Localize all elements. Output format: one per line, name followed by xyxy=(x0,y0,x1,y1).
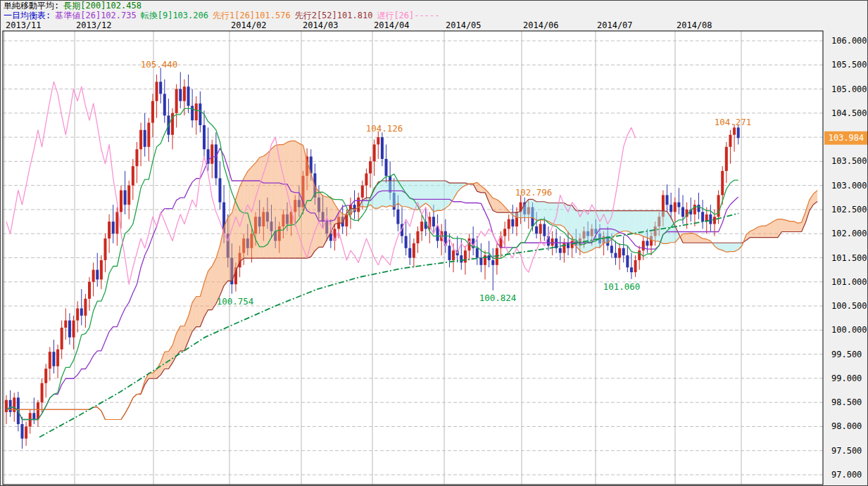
cloud-polygon xyxy=(790,222,794,232)
candle xyxy=(56,350,59,366)
x-axis-label: 2014/08 xyxy=(677,20,712,30)
candle xyxy=(503,229,506,236)
annotation-low: 101.060 xyxy=(603,281,641,292)
candle xyxy=(84,299,87,316)
candle xyxy=(701,212,704,222)
y-axis-label: 105.000 xyxy=(831,84,867,94)
x-axis-label: 2014/04 xyxy=(374,20,410,30)
candle xyxy=(215,144,218,178)
cloud-polygon xyxy=(438,181,442,210)
y-axis-label: 100.500 xyxy=(831,301,867,311)
candle xyxy=(120,191,122,212)
candle xyxy=(713,217,716,224)
x-axis-label: 2014/03 xyxy=(303,20,339,30)
candle xyxy=(159,82,162,94)
annotation-high: 105.440 xyxy=(141,59,178,70)
y-axis-label: 104.500 xyxy=(831,108,867,118)
candle xyxy=(681,207,684,217)
cloud-polygon xyxy=(683,234,687,243)
candle xyxy=(535,226,538,234)
cloud-polygon xyxy=(422,181,426,206)
candle xyxy=(622,248,625,255)
cloud-polygon xyxy=(165,351,169,369)
cloud-polygon xyxy=(631,211,636,234)
cloud-polygon xyxy=(798,222,802,231)
sma-legend-row: 単純移動平均:長期[200]102.458 xyxy=(4,1,444,11)
candle xyxy=(147,123,150,147)
candle xyxy=(674,203,677,212)
current-price-label: 103.984 xyxy=(829,133,864,143)
price-chart[interactable]: 105.440104.126102.796104.271100.754100.8… xyxy=(1,1,868,486)
y-axis-label: 97.500 xyxy=(831,446,862,456)
y-axis-label: 101.500 xyxy=(831,253,867,263)
chart-window: 単純移動平均:長期[200]102.458 一目均衡表:基準値[26]102.7… xyxy=(0,0,868,486)
candle xyxy=(405,236,408,248)
candle xyxy=(416,231,419,243)
candle xyxy=(491,260,494,265)
cloud-polygon xyxy=(446,181,450,208)
candle xyxy=(539,224,542,234)
candle xyxy=(135,149,138,166)
candle xyxy=(737,127,740,138)
cloud-polygon xyxy=(592,211,596,250)
cloud-polygon xyxy=(580,211,584,253)
candle xyxy=(183,87,186,101)
candle xyxy=(195,103,198,120)
candle xyxy=(729,135,731,147)
candle xyxy=(476,248,479,258)
candle xyxy=(218,178,221,202)
candle xyxy=(733,127,736,134)
cloud-polygon xyxy=(410,181,414,210)
candle xyxy=(610,245,613,252)
y-axis-label: 99.000 xyxy=(831,373,862,383)
cloud-polygon xyxy=(727,243,731,252)
x-axis-label: 2013/12 xyxy=(76,20,112,30)
ichimoku-legend-row: 一目均衡表:基準値[26]102.735転換[9]103.206先行1[26]1… xyxy=(4,11,444,20)
cloud-polygon xyxy=(307,161,311,258)
candle xyxy=(151,101,154,123)
cloud-polygon xyxy=(636,211,640,235)
cloud-polygon xyxy=(212,258,216,309)
legend-item-tenkan-value: 転換[9]103.206 xyxy=(141,11,208,20)
candle xyxy=(20,424,23,439)
x-axis-label: 2014/07 xyxy=(597,20,633,30)
candle xyxy=(626,255,629,267)
candle xyxy=(488,255,491,260)
cloud-polygon xyxy=(402,181,406,207)
candle xyxy=(381,137,384,159)
candle xyxy=(543,224,546,236)
legend-item-sma-label: 単純移動平均: xyxy=(4,1,59,11)
candle xyxy=(64,321,67,328)
x-axis-label: 2014/06 xyxy=(523,20,559,30)
cloud-polygon xyxy=(655,211,660,241)
cloud-polygon xyxy=(236,186,240,271)
candle xyxy=(41,383,44,402)
candle xyxy=(179,89,182,101)
candle xyxy=(452,250,455,260)
cloud-polygon xyxy=(643,211,648,238)
candle xyxy=(365,174,367,186)
legend-item-senkou1-value: 先行1[26]101.576 xyxy=(213,11,291,20)
candle xyxy=(108,222,111,238)
candle xyxy=(49,352,51,369)
candle xyxy=(377,137,379,144)
cloud-polygon xyxy=(782,219,786,232)
cloud-polygon xyxy=(390,181,394,207)
candle xyxy=(76,308,79,320)
cloud-polygon xyxy=(378,181,382,208)
cloud-polygon xyxy=(651,211,655,241)
candle xyxy=(413,243,415,258)
candle xyxy=(32,413,35,419)
cloud-polygon xyxy=(730,243,734,251)
candle xyxy=(175,89,178,113)
candle xyxy=(96,270,99,280)
cloud-polygon xyxy=(529,199,533,217)
y-axis-label: 103.500 xyxy=(831,156,867,166)
candle xyxy=(460,255,463,262)
candle xyxy=(666,195,669,205)
candle xyxy=(508,219,510,229)
cloud-polygon xyxy=(588,211,592,252)
candle xyxy=(37,402,39,419)
annotation-high: 102.796 xyxy=(515,187,553,198)
candle xyxy=(61,328,63,350)
